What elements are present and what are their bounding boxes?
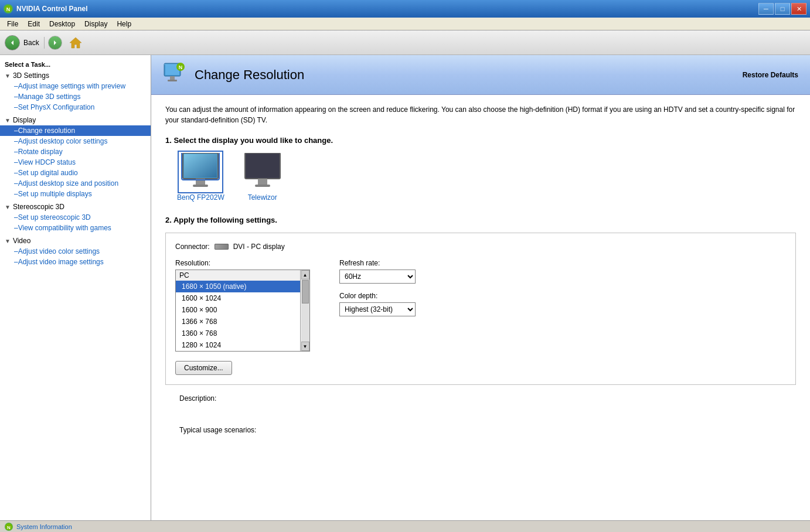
sidebar-item-physx[interactable]: –Set PhysX Configuration bbox=[0, 102, 151, 112]
svg-text:N: N bbox=[179, 64, 183, 70]
back-button[interactable] bbox=[5, 35, 20, 50]
sidebar-section-label-display: Display bbox=[13, 116, 36, 124]
resolution-scrollbar[interactable]: ▲ ▼ bbox=[300, 270, 309, 351]
sidebar-item-setup-stereo[interactable]: –Set up stereoscopic 3D bbox=[0, 212, 151, 223]
menu-display[interactable]: Display bbox=[80, 19, 112, 29]
sidebar-header-video[interactable]: ▼ Video bbox=[0, 236, 151, 246]
window-controls: ─ □ ✕ bbox=[758, 3, 806, 15]
sidebar-item-manage-3d[interactable]: –Manage 3D settings bbox=[0, 91, 151, 102]
res-item-2[interactable]: 1600 × 900 bbox=[176, 304, 300, 316]
sidebar-section-video: ▼ Video –Adjust video color settings –Ad… bbox=[0, 234, 151, 268]
sidebar-item-digital-audio[interactable]: –Set up digital audio bbox=[0, 168, 151, 178]
svg-rect-10 bbox=[168, 80, 177, 81]
svg-rect-21 bbox=[258, 179, 267, 185]
step1-label: 1. Select the display you would like to … bbox=[165, 136, 796, 145]
display-item-benq[interactable]: BenQ FP202W bbox=[177, 153, 224, 202]
res-group-pc: PC bbox=[176, 270, 300, 281]
description-text: You can adjust the amount of information… bbox=[165, 104, 796, 125]
sidebar-section-display: ▼ Display –Change resolution –Adjust des… bbox=[0, 114, 151, 200]
display-selection: BenQ FP202W bbox=[165, 153, 796, 202]
content-body: You can adjust the amount of information… bbox=[151, 95, 810, 453]
sidebar-item-multiple-displays[interactable]: –Set up multiple displays bbox=[0, 189, 151, 199]
sidebar-item-desktop-color[interactable]: –Adjust desktop color settings bbox=[0, 136, 151, 146]
menu-bar: File Edit Desktop Display Help bbox=[0, 18, 810, 30]
refresh-rate-dropdown[interactable]: 60Hz 75Hz 85Hz bbox=[339, 270, 416, 284]
monitor-telewizor bbox=[242, 153, 283, 191]
connector-value: DVI - PC display bbox=[233, 243, 285, 251]
content-area: N Change Resolution Restore Defaults You… bbox=[151, 55, 810, 520]
minimize-button[interactable]: ─ bbox=[758, 3, 774, 15]
sidebar-item-video-image[interactable]: –Adjust video image settings bbox=[0, 257, 151, 267]
maximize-button[interactable]: □ bbox=[775, 3, 790, 15]
res-item-0[interactable]: 1680 × 1050 (native) bbox=[176, 281, 300, 292]
svg-marker-3 bbox=[54, 40, 56, 45]
monitor-benq bbox=[180, 153, 221, 191]
scroll-track bbox=[301, 279, 309, 342]
sidebar-header-display[interactable]: ▼ Display bbox=[0, 115, 151, 125]
refresh-rate-field: Refresh rate: 60Hz 75Hz 85Hz bbox=[339, 259, 457, 284]
res-item-5[interactable]: 1280 × 1024 bbox=[176, 339, 300, 351]
menu-file[interactable]: File bbox=[2, 19, 23, 29]
step2-label: 2. Apply the following settings. bbox=[165, 216, 796, 224]
sidebar-item-compat-games[interactable]: –View compatibility with games bbox=[0, 223, 151, 233]
svg-marker-4 bbox=[70, 37, 81, 48]
resolution-label: Resolution: bbox=[175, 259, 322, 267]
dvi-icon bbox=[215, 244, 229, 250]
sidebar: Select a Task... ▼ 3D Settings –Adjust i… bbox=[0, 55, 151, 520]
page-title: Change Resolution bbox=[195, 67, 304, 83]
res-item-3[interactable]: 1366 × 768 bbox=[176, 316, 300, 328]
sidebar-item-rotate[interactable]: –Rotate display bbox=[0, 146, 151, 157]
scroll-thumb[interactable] bbox=[302, 280, 309, 303]
expand-icon-3d: ▼ bbox=[5, 73, 11, 79]
home-button[interactable] bbox=[67, 34, 84, 52]
header-icon: N bbox=[163, 62, 186, 87]
description-label: Description: bbox=[179, 394, 782, 403]
sidebar-item-adjust-image[interactable]: –Adjust image settings with preview bbox=[0, 81, 151, 91]
menu-desktop[interactable]: Desktop bbox=[45, 19, 80, 29]
scroll-up-arrow[interactable]: ▲ bbox=[301, 270, 309, 279]
content-header: N Change Resolution Restore Defaults bbox=[151, 55, 810, 95]
connector-label: Connector: bbox=[175, 243, 210, 251]
sidebar-item-hdcp[interactable]: –View HDCP status bbox=[0, 157, 151, 168]
settings-right-col: Refresh rate: 60Hz 75Hz 85Hz Color depth… bbox=[339, 259, 457, 325]
display-item-telewizor[interactable]: Telewizor bbox=[242, 153, 283, 202]
restore-defaults-button[interactable]: Restore Defaults bbox=[743, 71, 798, 79]
connector-row: Connector: DVI - PC display bbox=[175, 243, 786, 251]
settings-section: Connector: DVI - PC display Resolution: … bbox=[165, 233, 796, 385]
forward-button[interactable] bbox=[48, 36, 62, 50]
display-label-benq: BenQ FP202W bbox=[177, 193, 224, 202]
sidebar-section-label-3d: 3D Settings bbox=[13, 71, 49, 80]
res-item-1[interactable]: 1600 × 1024 bbox=[176, 292, 300, 304]
sidebar-section-label-stereo: Stereoscopic 3D bbox=[13, 203, 64, 211]
refresh-rate-label: Refresh rate: bbox=[339, 259, 457, 267]
close-button[interactable]: ✕ bbox=[791, 3, 806, 15]
expand-icon-video: ▼ bbox=[5, 238, 11, 244]
display-label-telewizor: Telewizor bbox=[248, 193, 277, 202]
status-bar: N System Information bbox=[0, 520, 810, 532]
svg-rect-9 bbox=[170, 76, 175, 80]
sidebar-item-change-resolution[interactable]: –Change resolution bbox=[0, 125, 151, 136]
customize-button[interactable]: Customize... bbox=[175, 361, 232, 375]
sidebar-section-label-video: Video bbox=[13, 237, 30, 245]
resolution-col: Resolution: PC 1680 × 1050 (native) 1600… bbox=[175, 259, 322, 352]
title-bar: N NVIDIA Control Panel ─ □ ✕ bbox=[0, 0, 810, 18]
sidebar-header-3d[interactable]: ▼ 3D Settings bbox=[0, 70, 151, 81]
scroll-down-arrow[interactable]: ▼ bbox=[301, 342, 309, 351]
resolution-list[interactable]: PC 1680 × 1050 (native) 1600 × 1024 1600… bbox=[176, 270, 300, 351]
svg-text:N: N bbox=[6, 6, 11, 12]
title-bar-left: N NVIDIA Control Panel bbox=[4, 4, 88, 13]
menu-help[interactable]: Help bbox=[112, 19, 136, 29]
resolution-container: PC 1680 × 1050 (native) 1600 × 1024 1600… bbox=[175, 270, 310, 352]
res-item-4[interactable]: 1360 × 768 bbox=[176, 328, 300, 339]
system-information-link[interactable]: System Information bbox=[16, 523, 72, 530]
sidebar-item-desktop-size[interactable]: –Adjust desktop size and position bbox=[0, 178, 151, 189]
svg-marker-2 bbox=[11, 40, 13, 45]
svg-text:N: N bbox=[7, 525, 11, 530]
back-label: Back bbox=[22, 39, 40, 47]
sidebar-item-video-color[interactable]: –Adjust video color settings bbox=[0, 246, 151, 257]
toolbar: Back bbox=[0, 30, 810, 55]
menu-edit[interactable]: Edit bbox=[23, 19, 45, 29]
sidebar-section-3d: ▼ 3D Settings –Adjust image settings wit… bbox=[0, 69, 151, 114]
sidebar-header-stereo[interactable]: ▼ Stereoscopic 3D bbox=[0, 202, 151, 212]
color-depth-dropdown[interactable]: Highest (32-bit) Medium (16-bit) bbox=[339, 302, 416, 316]
